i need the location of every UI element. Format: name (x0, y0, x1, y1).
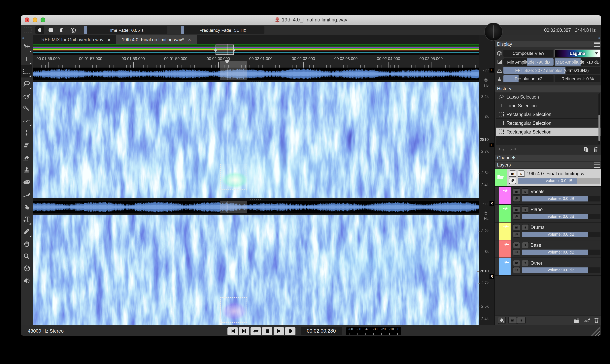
mute-button[interactable]: m (513, 206, 520, 212)
file-overview-strip[interactable] (33, 44, 479, 55)
spectrogram-right-channel[interactable] (33, 215, 479, 325)
display-panel-header[interactable]: Display (495, 41, 601, 47)
axis-zoom-arrows[interactable] (484, 211, 488, 216)
spectrogram-left-channel[interactable] (33, 82, 479, 198)
layer-row-group[interactable]: m s 19th 4.0_Final no limiting.w ø volum… (495, 169, 601, 187)
resolution-field[interactable]: Resolution: x2 (504, 75, 554, 82)
layers-solo-all-button[interactable]: s (517, 317, 526, 324)
layer-name[interactable]: Piano (530, 207, 600, 212)
panel-overflow-icon[interactable]: » (495, 35, 601, 40)
tab-19th-final[interactable]: 19th 4.0_Final no limiting.wav* ✕ (116, 35, 197, 44)
pane-divider[interactable] (33, 198, 479, 201)
text-tool-button[interactable] (21, 213, 32, 225)
go-to-start-button[interactable] (227, 327, 238, 335)
layer-thumbnail[interactable] (499, 258, 511, 275)
brush-selection-tool-button[interactable] (21, 90, 32, 102)
zoom-tool-button[interactable] (21, 250, 32, 262)
composite-view-button[interactable]: Composite View (504, 50, 553, 57)
display-menu-icon[interactable] (594, 41, 600, 47)
history-item[interactable]: I Time Selection (496, 101, 600, 110)
picker-tool-button[interactable] (21, 225, 32, 238)
solo-button[interactable]: s (518, 170, 525, 177)
go-to-end-button[interactable] (239, 327, 249, 335)
layer-name[interactable]: Other (530, 260, 600, 266)
waveform-strip-right[interactable] (33, 201, 479, 213)
pane-divider[interactable] (33, 80, 479, 82)
mute-button[interactable]: m (513, 242, 520, 248)
selection-right-handle[interactable] (233, 49, 235, 52)
min-amplitude-field[interactable]: Min Amplitude: -90 dB (504, 58, 554, 65)
play-button[interactable] (274, 327, 284, 335)
layer-name[interactable]: Bass (530, 242, 600, 248)
layer-thumbnail[interactable] (499, 205, 511, 222)
layer-thumbnail[interactable] (499, 187, 511, 204)
3d-view-tool-button[interactable] (21, 262, 32, 274)
fft-size-field[interactable]: FFT Size: 3072 samples (64ms/16Hz) (504, 67, 600, 74)
new-layer-icon[interactable] (584, 318, 590, 323)
layer-row-other[interactable]: m s Other ø volume: 0.0 dB (495, 258, 601, 276)
tab-close-icon[interactable]: ✕ (188, 38, 191, 42)
layer-row-drums[interactable]: m s Drums ø volume: 0.0 dB (495, 222, 601, 240)
waveform-strip-left[interactable] (33, 67, 479, 80)
minimize-window-button[interactable] (33, 17, 37, 22)
layer-row-piano[interactable]: m s Piano ø volume: 0.0 dB (495, 205, 601, 222)
zoom-window-button[interactable] (40, 17, 45, 22)
playhead-marker[interactable] (225, 60, 229, 64)
trash-icon[interactable] (593, 147, 598, 152)
mute-button[interactable]: m (513, 260, 520, 266)
volume-slider[interactable]: volume: 0.0 dB (522, 249, 600, 255)
volume-slider[interactable]: volume: 0.0 dB (522, 267, 600, 273)
layer-name[interactable]: Drums (530, 224, 600, 230)
phase-invert-button[interactable]: ø (513, 231, 520, 237)
mute-button[interactable]: m (513, 188, 520, 195)
mute-button[interactable]: m (513, 224, 520, 230)
duplicate-icon[interactable] (583, 147, 588, 152)
volume-slider[interactable]: volume: 0.0 dB (522, 196, 600, 201)
window-resize-grip[interactable] (591, 327, 600, 336)
layers-panel-header[interactable]: Layers (495, 162, 601, 168)
rectangular-selection-left[interactable] (220, 164, 247, 190)
layers-mute-all-button[interactable]: m (508, 317, 517, 324)
axis-zoom-arrows[interactable] (484, 78, 488, 82)
phase-invert-button[interactable]: ø (513, 195, 520, 202)
record-button[interactable] (285, 327, 295, 335)
eraser-tool-button[interactable] (21, 139, 32, 151)
magic-wand-tool-button[interactable] (21, 102, 32, 115)
phase-invert-button[interactable]: ø (513, 249, 520, 255)
refinement-field[interactable]: Refinement: 0 % (555, 75, 600, 82)
layers-menu-icon[interactable] (594, 162, 600, 168)
history-item[interactable]: Rectangular Selection (496, 119, 600, 128)
solo-button[interactable]: s (522, 224, 529, 230)
navigation-wheel[interactable] (484, 23, 503, 41)
tab-close-icon[interactable]: ✕ (107, 38, 111, 42)
layer-name[interactable]: Vocals (530, 189, 600, 194)
history-scrollbar[interactable] (598, 93, 600, 144)
selection-mode-subtract-button[interactable] (58, 26, 66, 34)
volume-slider[interactable]: volume: 0.0 dB (522, 232, 600, 237)
time-ruler[interactable]: 00:01:56.000 00:01:57.000 00:01:58.000 0… (33, 55, 479, 67)
hand-tool-button[interactable] (21, 238, 32, 250)
undo-icon[interactable] (499, 147, 505, 152)
harmonics-selection-tool-button[interactable] (21, 127, 32, 139)
tools-overflow-icon[interactable]: » (21, 35, 33, 40)
max-amplitude-field[interactable]: Max Amplitude: -18 dB (555, 58, 600, 65)
solo-button[interactable]: s (522, 260, 529, 266)
selection-mode-intersect-button[interactable] (69, 26, 78, 34)
history-panel-header[interactable]: History (495, 85, 601, 92)
solo-button[interactable]: s (522, 206, 529, 212)
frequency-axis[interactable]: -inf L Hz 3.2k 3k 2810 L 2.7k 2.5k 2.4k … (479, 35, 494, 325)
layer-name[interactable]: 19th 4.0_Final no limiting.w (527, 171, 600, 176)
volume-slider[interactable]: volume: 0.0 dB (522, 214, 600, 219)
selection-mode-replace-button[interactable] (35, 26, 44, 34)
fill-color-icon[interactable] (498, 317, 506, 324)
layer-row-bass[interactable]: m s Bass ø volume: 0.0 dB (495, 240, 601, 258)
time-fade-field[interactable]: Time Fade: 0.05 s (84, 26, 167, 34)
history-item[interactable]: Rectangular Selection (496, 110, 600, 119)
overview-selection-range[interactable] (215, 44, 234, 55)
selection-left-handle[interactable] (214, 49, 217, 52)
playback-tool-button[interactable] (21, 274, 32, 287)
amplifier-tool-button[interactable] (21, 151, 32, 164)
rectangular-selection-tool-button[interactable] (21, 65, 32, 78)
selection-mode-add-button[interactable] (47, 26, 55, 34)
phase-invert-button[interactable]: ø (509, 177, 516, 184)
